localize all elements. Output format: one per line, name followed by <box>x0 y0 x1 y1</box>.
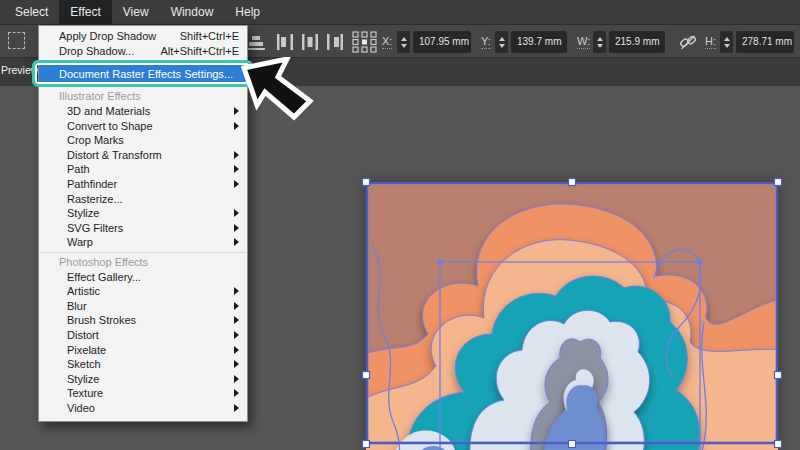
menu-item-drop-shadow[interactable]: Drop Shadow...Alt+Shift+Ctrl+E <box>39 44 247 59</box>
submenu-arrow-icon <box>234 287 239 295</box>
distribute-center-icon[interactable] <box>301 32 319 52</box>
menu-item-path[interactable]: Path <box>39 162 247 177</box>
selection-handle[interactable] <box>363 372 370 379</box>
y-field-label: Y: <box>481 35 491 49</box>
menu-item-distort-transform[interactable]: Distort & Transform <box>39 148 247 163</box>
menu-item-convert-to-shape[interactable]: Convert to Shape <box>39 118 247 133</box>
menubar-item-view[interactable]: View <box>112 0 160 24</box>
menu-item-effect-gallery[interactable]: Effect Gallery... <box>39 269 247 284</box>
menu-item-distort[interactable]: Distort <box>39 328 247 343</box>
submenu-arrow-icon <box>234 107 239 115</box>
menu-item-texture[interactable]: Texture <box>39 386 247 401</box>
submenu-arrow-icon <box>234 316 239 324</box>
menu-item-video[interactable]: Video <box>39 401 247 416</box>
submenu-arrow-icon <box>234 331 239 339</box>
submenu-arrow-icon <box>234 151 239 159</box>
menu-separator <box>40 252 246 253</box>
selection-handle[interactable] <box>775 179 782 186</box>
menu-section-header: Illustrator Effects <box>39 89 247 104</box>
menu-item-blur[interactable]: Blur <box>39 299 247 314</box>
submenu-arrow-icon <box>234 165 239 173</box>
menu-separator <box>40 86 246 87</box>
menu-section-header: Photoshop Effects <box>39 255 247 270</box>
selection-handle[interactable] <box>569 179 576 186</box>
w-stepper[interactable] <box>593 31 606 53</box>
h-stepper[interactable] <box>720 31 733 53</box>
submenu-arrow-icon <box>234 180 239 188</box>
x-input[interactable]: 107.95 mm <box>413 31 471 53</box>
submenu-arrow-icon <box>234 122 239 130</box>
menu-item-rasterize[interactable]: Rasterize... <box>39 191 247 206</box>
effect-menu: Apply Drop ShadowShift+Ctrl+EDrop Shadow… <box>38 25 248 422</box>
x-stepper[interactable] <box>397 31 410 53</box>
reference-point-grid-icon[interactable] <box>352 31 378 53</box>
submenu-arrow-icon <box>234 346 239 354</box>
y-stepper[interactable] <box>495 31 508 53</box>
menu-item-warp[interactable]: Warp <box>39 235 247 250</box>
menubar-item-effect[interactable]: Effect <box>59 0 111 24</box>
submenu-arrow-icon <box>234 389 239 397</box>
selection-handle[interactable] <box>775 441 782 448</box>
menu-item-brush-strokes[interactable]: Brush Strokes <box>39 313 247 328</box>
menubar-item-help[interactable]: Help <box>224 0 271 24</box>
selection-handle[interactable] <box>363 179 370 186</box>
h-field-label: H: <box>705 35 716 49</box>
menu-item-pathfinder[interactable]: Pathfinder <box>39 177 247 192</box>
menubar-item-select[interactable]: Select <box>4 0 59 24</box>
distribute-left-icon[interactable] <box>276 32 294 52</box>
anchor-point[interactable] <box>438 260 443 265</box>
menu-shortcut: Shift+Ctrl+E <box>180 30 239 42</box>
w-input[interactable]: 215.9 mm <box>609 31 665 53</box>
dashed-bounding-box-icon[interactable] <box>8 32 25 49</box>
y-input[interactable]: 139.7 mm <box>511 31 567 53</box>
submenu-arrow-icon <box>234 375 239 383</box>
menu-item-artistic[interactable]: Artistic <box>39 284 247 299</box>
selection-handle[interactable] <box>569 441 576 448</box>
menu-item-sketch[interactable]: Sketch <box>39 357 247 372</box>
menu-item-apply-drop-shadow[interactable]: Apply Drop ShadowShift+Ctrl+E <box>39 29 247 44</box>
menu-bar: SelectEffectViewWindowHelp <box>0 0 800 25</box>
menu-shortcut: Alt+Shift+Ctrl+E <box>160 45 239 57</box>
preview-panel-label: Preview <box>1 64 38 76</box>
submenu-arrow-icon <box>234 360 239 368</box>
menu-item-stylize[interactable]: Stylize <box>39 206 247 221</box>
submenu-arrow-icon <box>234 224 239 232</box>
menu-item-pixelate[interactable]: Pixelate <box>39 342 247 357</box>
vertical-align-bottom-icon[interactable] <box>246 33 266 51</box>
h-input[interactable]: 278.71 mm <box>736 31 794 53</box>
submenu-arrow-icon <box>234 238 239 246</box>
submenu-arrow-icon <box>234 302 239 310</box>
menu-item-crop-marks[interactable]: Crop Marks <box>39 133 247 148</box>
anchor-point[interactable] <box>698 260 703 265</box>
selection-handle[interactable] <box>363 441 370 448</box>
menu-item-svg-filters[interactable]: SVG Filters <box>39 221 247 236</box>
menubar-item-window[interactable]: Window <box>160 0 225 24</box>
menu-item-stylize[interactable]: Stylize <box>39 371 247 386</box>
papercut-artwork <box>366 182 778 450</box>
menu-item-document-raster-effects-settings[interactable]: Document Raster Effects Settings... <box>39 65 247 82</box>
artboard[interactable] <box>366 182 778 450</box>
menu-separator <box>40 60 246 61</box>
x-field-label: X: <box>382 35 392 49</box>
selection-handle[interactable] <box>775 372 782 379</box>
constrain-proportions-off-icon[interactable] <box>678 32 698 52</box>
menu-item-3d-and-materials[interactable]: 3D and Materials <box>39 104 247 119</box>
submenu-arrow-icon <box>234 209 239 217</box>
submenu-arrow-icon <box>234 404 239 412</box>
distribute-right-icon[interactable] <box>326 32 344 52</box>
w-field-label: W: <box>577 35 590 49</box>
callout-arrow-cursor <box>241 57 321 121</box>
